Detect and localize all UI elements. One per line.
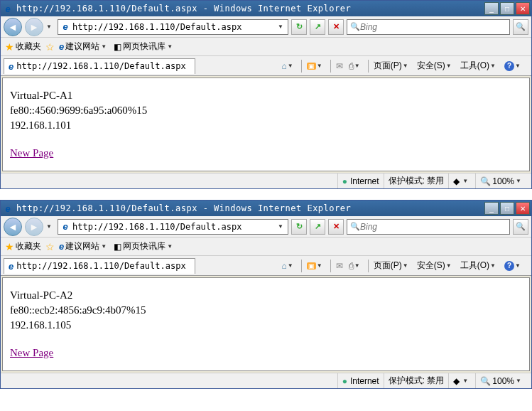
minimize-button[interactable]: _ — [484, 202, 499, 215]
back-button[interactable]: ◄ — [4, 218, 22, 236]
zone-status[interactable]: ●Internet — [337, 174, 384, 188]
mail-button[interactable]: ✉ — [334, 60, 345, 73]
ipv6-text: fe80::ecb2:4856:a9c9:4b07%15 — [10, 303, 522, 318]
cancel-button[interactable]: ✕ — [328, 219, 344, 235]
tab-label: http://192.168.1.110/Default.aspx — [16, 261, 185, 271]
tools-menu[interactable]: 工具(O)▼ — [458, 58, 501, 73]
web-slice-link[interactable]: ◧网页快讯库▼ — [114, 41, 175, 53]
page-icon: e — [60, 221, 71, 233]
mail-button[interactable]: ✉ — [334, 260, 345, 272]
search-input[interactable] — [360, 222, 506, 232]
favorites-button[interactable]: ★收藏夹 — [5, 240, 41, 252]
zoom-dropdown[interactable]: ◆▼ — [448, 174, 475, 188]
close-button[interactable]: ✕ — [516, 202, 530, 215]
url-input[interactable] — [71, 222, 278, 232]
titlebar[interactable]: e http://192.168.1.110/Default.aspx - Wi… — [1, 201, 531, 216]
web-slice-link[interactable]: ◧网页快讯库▼ — [114, 240, 175, 252]
page-content: Virtual-PC-A1 fe80::4560:9699:6a95:a060%… — [2, 78, 530, 171]
mail-icon: ✉ — [336, 261, 343, 271]
stop-button[interactable]: ↗ — [310, 19, 325, 35]
page-icon: e — [60, 21, 71, 33]
zone-status[interactable]: ●Internet — [337, 373, 384, 388]
address-bar[interactable]: e ▼ — [58, 219, 288, 235]
tab-label: http://192.168.1.110/Default.aspx — [16, 61, 185, 71]
zoom-control[interactable]: 🔍100%▼ — [475, 373, 528, 388]
chevron-down-icon: ▼ — [101, 243, 109, 250]
tools-menu[interactable]: 工具(O)▼ — [458, 258, 501, 273]
rss-icon: ▣ — [307, 63, 316, 70]
star-icon: ★ — [5, 41, 14, 53]
forward-button[interactable]: ► — [25, 218, 43, 236]
suggested-sites-link[interactable]: e建议网站▼ — [59, 41, 109, 53]
search-input[interactable] — [360, 22, 506, 32]
shield-icon: ◆ — [453, 176, 460, 186]
address-bar[interactable]: e ▼ — [58, 19, 288, 35]
help-button[interactable]: ?▼ — [502, 60, 526, 73]
nav-history-dropdown[interactable]: ▼ — [46, 223, 55, 230]
tab-default-aspx[interactable]: e http://192.168.1.110/Default.aspx — [4, 258, 195, 274]
help-icon: ? — [504, 261, 514, 271]
hostname-text: Virtual-PC-A1 — [10, 88, 522, 103]
tab-bar: e http://192.168.1.110/Default.aspx ⌂▼ ▣… — [1, 56, 531, 76]
window-title: http://192.168.1.110/Default.aspx - Wind… — [16, 4, 484, 14]
refresh-button[interactable]: ↻ — [291, 219, 307, 235]
navigation-bar: ◄ ► ▼ e ▼ ↻ ↗ ✕ 🔍 🔍 — [1, 16, 531, 38]
print-button[interactable]: ⎙▼ — [347, 60, 365, 73]
titlebar[interactable]: e http://192.168.1.110/Default.aspx - Wi… — [1, 1, 531, 16]
window-controls: _ □ ✕ — [484, 202, 530, 215]
cancel-button[interactable]: ✕ — [328, 19, 344, 35]
favorites-button[interactable]: ★收藏夹 — [5, 41, 41, 53]
tab-bar: e http://192.168.1.110/Default.aspx ⌂▼ ▣… — [1, 256, 531, 276]
safety-menu[interactable]: 安全(S)▼ — [415, 258, 457, 273]
suggested-sites-link[interactable]: e建议网站▼ — [59, 240, 109, 252]
window-controls: _ □ ✕ — [484, 2, 530, 15]
protected-mode-status: 保护模式: 禁用 — [384, 174, 449, 188]
url-dropdown-icon[interactable]: ▼ — [278, 23, 286, 30]
search-box[interactable]: 🔍 — [347, 219, 510, 235]
new-page-link[interactable]: New Page — [10, 346, 53, 361]
help-button[interactable]: ?▼ — [502, 260, 526, 272]
search-box[interactable]: 🔍 — [347, 19, 510, 35]
safety-menu[interactable]: 安全(S)▼ — [415, 58, 457, 73]
nav-history-dropdown[interactable]: ▼ — [46, 23, 55, 30]
home-button[interactable]: ⌂▼ — [279, 260, 298, 272]
ipv6-text: fe80::4560:9699:6a95:a060%15 — [10, 103, 522, 118]
url-dropdown-icon[interactable]: ▼ — [278, 223, 286, 230]
status-bar: ●Internet 保护模式: 禁用 ◆▼ 🔍100%▼ — [1, 173, 531, 188]
maximize-button[interactable]: □ — [500, 202, 514, 215]
star-add-icon: ☆ — [45, 41, 55, 53]
page-menu[interactable]: 页面(P)▼ — [371, 58, 413, 73]
forward-button[interactable]: ► — [25, 18, 43, 36]
protected-mode-status: 保护模式: 禁用 — [384, 373, 449, 388]
tab-default-aspx[interactable]: e http://192.168.1.110/Default.aspx — [4, 58, 195, 74]
chevron-down-icon: ▼ — [167, 43, 175, 50]
url-input[interactable] — [71, 22, 278, 32]
add-favorites-button[interactable]: ☆ — [45, 41, 55, 53]
tab-icon: e — [9, 61, 13, 72]
refresh-button[interactable]: ↻ — [291, 19, 307, 35]
zoom-dropdown[interactable]: ◆▼ — [448, 373, 475, 388]
add-favorites-button[interactable]: ☆ — [45, 241, 55, 252]
search-go-button[interactable]: 🔍 — [513, 19, 528, 35]
ie-small-icon: e — [59, 241, 64, 252]
rss-icon: ▣ — [307, 262, 316, 269]
search-icon: 🔍 — [350, 22, 360, 31]
star-add-icon: ☆ — [45, 241, 55, 252]
home-button[interactable]: ⌂▼ — [279, 60, 298, 73]
feeds-button[interactable]: ▣▼ — [305, 61, 327, 71]
back-button[interactable]: ◄ — [4, 18, 22, 36]
chevron-down-icon: ▼ — [101, 43, 109, 50]
zoom-control[interactable]: 🔍100%▼ — [475, 174, 528, 188]
feeds-button[interactable]: ▣▼ — [305, 261, 327, 271]
slice-icon: ◧ — [114, 242, 121, 252]
search-go-button[interactable]: 🔍 — [513, 219, 528, 235]
minimize-button[interactable]: _ — [484, 2, 499, 15]
zoom-icon: 🔍 — [480, 176, 491, 186]
print-button[interactable]: ⎙▼ — [347, 260, 365, 272]
new-page-link[interactable]: New Page — [10, 146, 53, 161]
stop-button[interactable]: ↗ — [310, 219, 325, 235]
page-menu[interactable]: 页面(P)▼ — [371, 258, 413, 273]
maximize-button[interactable]: □ — [500, 2, 514, 15]
ie-small-icon: e — [59, 41, 64, 52]
close-button[interactable]: ✕ — [516, 2, 530, 15]
